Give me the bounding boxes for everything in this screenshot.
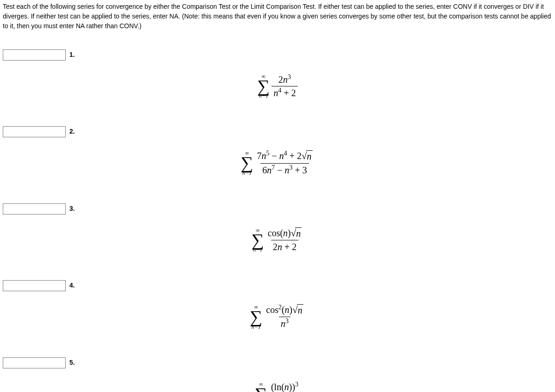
formula-3: ∞ ∑ n=1 cos(n)√n 2n + 2 (3, 224, 552, 252)
problem-label-5: 5. (69, 357, 75, 366)
answer-input-4[interactable] (3, 280, 66, 291)
problem-label-4: 4. (69, 280, 75, 289)
problem-1: 1. (3, 49, 552, 61)
instructions-text: Test each of the following series for co… (3, 2, 552, 31)
problem-5: 5. (3, 357, 552, 368)
formula-4: ∞ ∑ n=1 cos2(n)√n n3 (3, 300, 552, 329)
answer-input-3[interactable] (3, 203, 66, 214)
formula-1: ∞ ∑ n=1 2n3 n4 + 2 (3, 70, 552, 98)
sigma-icon: ∑ (250, 310, 262, 324)
formula-2: ∞ ∑ n=1 7n5 − n4 + 2√n 6n7 − n3 + 3 (3, 147, 552, 175)
sigma-icon: ∑ (255, 387, 267, 392)
answer-input-1[interactable] (3, 49, 66, 61)
problem-2: 2. (3, 126, 552, 137)
sigma-bottom: n=1 (259, 93, 268, 98)
sigma-icon: ∑ (257, 79, 270, 93)
problem-4: 4. (3, 280, 552, 291)
sigma-icon: ∑ (252, 233, 264, 247)
problem-label-1: 1. (69, 49, 75, 58)
answer-input-5[interactable] (3, 357, 66, 368)
formula-5: ∞ ∑ n=1 (ln(n))3 n + 6 (3, 378, 552, 392)
answer-input-2[interactable] (3, 126, 66, 137)
problem-label-2: 2. (69, 126, 75, 135)
problem-label-3: 3. (69, 203, 75, 212)
problem-3: 3. (3, 203, 552, 214)
sigma-icon: ∑ (240, 156, 253, 170)
